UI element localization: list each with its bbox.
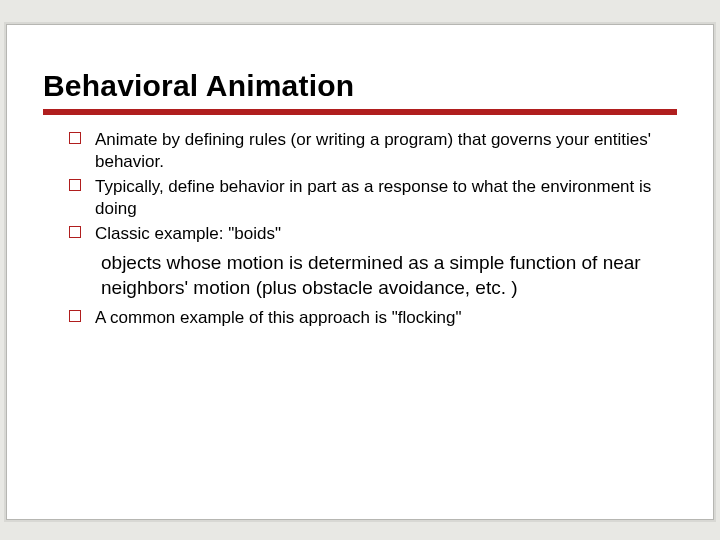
checkbox-icon: [69, 310, 81, 322]
list-item: Classic example: "boids": [69, 223, 677, 245]
bullet-text: Classic example: "boids": [95, 224, 281, 243]
checkbox-icon: [69, 226, 81, 238]
list-item: A common example of this approach is "fl…: [69, 307, 677, 329]
title-underline: [43, 109, 677, 115]
slide-body: Behavioral Animation Animate by defining…: [13, 31, 707, 513]
bullet-text: Animate by defining rules (or writing a …: [95, 130, 651, 171]
checkbox-icon: [69, 179, 81, 191]
bullet-text: Typically, define behavior in part as a …: [95, 177, 651, 218]
sub-bullet-text: objects whose motion is determined as a …: [101, 251, 677, 300]
slide-frame: Behavioral Animation Animate by defining…: [6, 24, 714, 520]
bullet-text: A common example of this approach is "fl…: [95, 308, 461, 327]
list-item: Animate by defining rules (or writing a …: [69, 129, 677, 174]
checkbox-icon: [69, 132, 81, 144]
list-item: Typically, define behavior in part as a …: [69, 176, 677, 221]
slide-title: Behavioral Animation: [43, 69, 677, 103]
bullet-list: Animate by defining rules (or writing a …: [43, 129, 677, 245]
bullet-list-continued: A common example of this approach is "fl…: [43, 307, 677, 329]
